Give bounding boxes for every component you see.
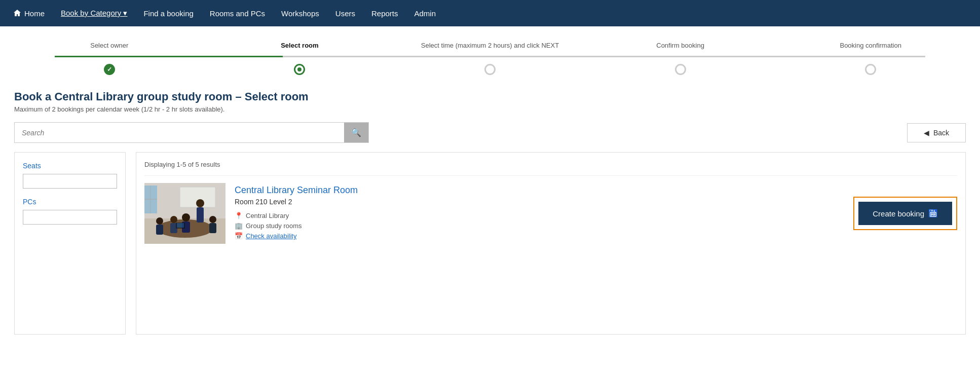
step-select-time-label: Select time (maximum 2 hours) and click …	[421, 42, 559, 60]
stepper: Select owner Select room Select time (ma…	[14, 36, 966, 78]
seats-input[interactable]	[23, 174, 117, 189]
booking-icon: 🛗	[928, 209, 938, 218]
back-button[interactable]: ◀ Back	[907, 123, 966, 142]
location-icon: 📍	[235, 212, 243, 219]
nav-reports[interactable]: Reports	[364, 6, 405, 21]
page-title: Book a Central Library group study room …	[14, 90, 966, 103]
search-button[interactable]: 🔍	[344, 123, 368, 142]
nav-admin[interactable]: Admin	[407, 6, 443, 21]
create-booking-wrapper: Create booking 🛗	[853, 197, 957, 230]
step-select-room: Select room	[205, 42, 395, 75]
step-confirm-label: Confirm booking	[656, 42, 704, 60]
svg-point-11	[182, 213, 190, 222]
svg-point-15	[209, 216, 216, 223]
room-card: Central Library Seminar Room Room 210 Le…	[144, 175, 957, 251]
create-booking-label: Create booking	[873, 209, 924, 218]
step-confirmation: Booking confirmation	[775, 42, 966, 75]
step-confirmation-circle	[865, 64, 876, 75]
search-row: 🔍 ◀ Back	[14, 122, 966, 143]
svg-point-9	[170, 216, 177, 223]
step-confirm: Confirm booking	[585, 42, 776, 75]
room-info: Central Library Seminar Room Room 210 Le…	[235, 183, 844, 240]
filter-panel: Seats PCs	[14, 152, 126, 335]
step-select-time: Select time (maximum 2 hours) and click …	[395, 42, 585, 75]
filter-pcs-label: PCs	[23, 198, 117, 206]
results-panel: Displaying 1-5 of 5 results	[136, 152, 966, 335]
filter-seats-section: Seats	[23, 162, 117, 189]
main-nav: Home Book by Category ▾ Find a booking R…	[0, 0, 980, 26]
nav-workshops[interactable]: Workshops	[274, 6, 326, 21]
nav-home-label: Home	[24, 9, 45, 18]
nav-home[interactable]: Home	[6, 6, 52, 21]
nav-users[interactable]: Users	[328, 6, 362, 21]
nav-find-booking[interactable]: Find a booking	[136, 6, 200, 21]
content-area: Seats PCs Displaying 1-5 of 5 results	[14, 152, 966, 335]
pcs-input[interactable]	[23, 210, 117, 225]
room-category: 🏢 Group study rooms	[235, 222, 844, 230]
category-icon: 🏢	[235, 222, 243, 230]
svg-rect-16	[209, 223, 216, 233]
step-select-owner: Select owner	[14, 42, 205, 75]
room-sub: Room 210 Level 2	[235, 198, 844, 206]
back-chevron-icon: ◀	[924, 129, 929, 137]
step-select-owner-circle	[104, 64, 115, 75]
nav-book-category[interactable]: Book by Category ▾	[54, 6, 134, 21]
svg-point-13	[196, 199, 204, 207]
step-select-owner-label: Select owner	[90, 42, 128, 60]
filter-seats-label: Seats	[23, 162, 117, 170]
step-confirm-circle	[675, 64, 686, 75]
svg-rect-8	[156, 225, 163, 235]
search-icon: 🔍	[351, 128, 361, 137]
back-button-label: Back	[933, 129, 949, 137]
room-image	[144, 183, 225, 244]
check-availability-link[interactable]: Check availability	[246, 232, 296, 240]
search-box: 🔍	[14, 122, 369, 143]
nav-rooms-pcs[interactable]: Rooms and PCs	[203, 6, 272, 21]
main-content: Select owner Select room Select time (ma…	[0, 26, 980, 369]
svg-point-7	[156, 217, 163, 225]
page-subtitle: Maximum of 2 bookings per calendar week …	[14, 105, 966, 113]
room-category-text: Group study rooms	[246, 222, 302, 230]
step-select-time-circle	[484, 64, 496, 75]
room-meta: 📍 Central Library 🏢 Group study rooms 📅 …	[235, 212, 844, 240]
room-location: 📍 Central Library	[235, 212, 844, 219]
room-availability: 📅 Check availability	[235, 232, 844, 240]
calendar-icon: 📅	[235, 232, 243, 240]
svg-rect-14	[197, 207, 204, 223]
room-name: Central Library Seminar Room	[235, 185, 844, 196]
svg-rect-18	[177, 223, 184, 228]
step-confirmation-label: Booking confirmation	[840, 42, 901, 60]
results-count: Displaying 1-5 of 5 results	[144, 161, 957, 168]
filter-pcs-section: PCs	[23, 198, 117, 225]
step-select-room-circle	[294, 64, 305, 75]
step-select-room-label: Select room	[281, 42, 318, 60]
create-booking-button[interactable]: Create booking 🛗	[858, 202, 952, 225]
search-input[interactable]	[15, 123, 344, 142]
room-location-text: Central Library	[246, 212, 289, 219]
